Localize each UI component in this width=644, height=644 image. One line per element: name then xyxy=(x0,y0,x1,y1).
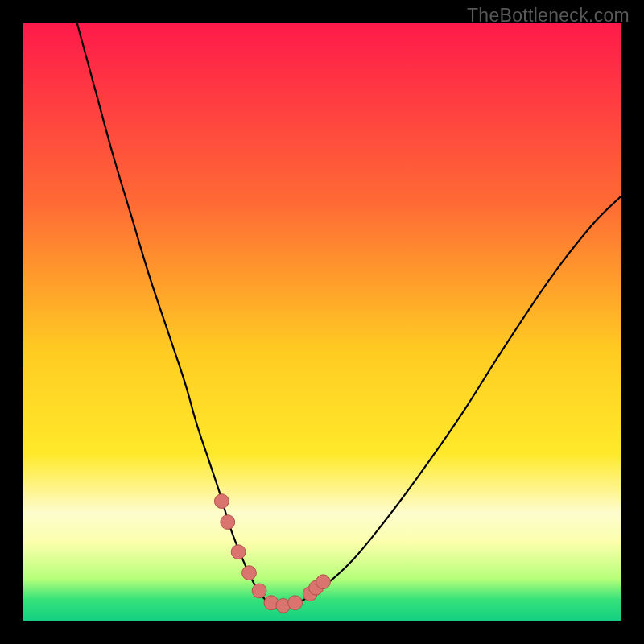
watermark-text: TheBottleneck.com xyxy=(467,5,630,27)
data-marker xyxy=(221,515,235,530)
data-marker xyxy=(288,596,303,610)
gradient-background xyxy=(23,23,621,621)
plot-area xyxy=(23,23,621,621)
chart-frame: TheBottleneck.com xyxy=(0,0,644,644)
data-marker xyxy=(316,575,331,589)
bottleneck-chart xyxy=(23,23,621,621)
data-marker xyxy=(231,545,246,559)
data-marker xyxy=(252,584,266,598)
data-marker xyxy=(242,566,257,580)
data-marker xyxy=(214,494,229,509)
